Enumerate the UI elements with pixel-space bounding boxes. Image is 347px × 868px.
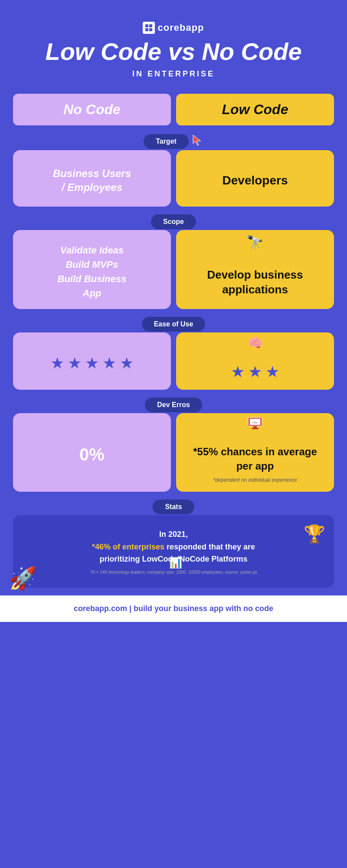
- dev-errors-section: Dev Erros 0% </> *55% chances in average…: [13, 398, 334, 492]
- svg-rect-3: [149, 28, 152, 31]
- dev-errors-right-sub: *dependent on individual experience: [213, 477, 297, 483]
- computer-icon: </>: [247, 417, 263, 433]
- scope-section: Scope Validate IdeasBuild MVPsBuild Busi…: [13, 214, 334, 309]
- no-code-label: No Code: [63, 102, 121, 117]
- dev-errors-left: 0%: [13, 413, 171, 492]
- ease-section: Ease of Use ★ ★ ★ ★ ★ 🧠 ★ ★ ★: [13, 317, 334, 390]
- scope-cols: Validate IdeasBuild MVPsBuild BusinessAp…: [13, 222, 334, 309]
- star-5: ★: [120, 354, 134, 372]
- scope-badge-row: Scope: [13, 214, 334, 229]
- star-4: ★: [102, 354, 116, 372]
- stats-section: Stats 🏆 In 2021, *46% of enterprises res…: [13, 500, 334, 588]
- target-badge-row: Target: [13, 134, 334, 149]
- scope-left: Validate IdeasBuild MVPsBuild BusinessAp…: [13, 230, 171, 309]
- rocket-icon: 🚀: [9, 566, 37, 592]
- ease-right-stars: ★ ★ ★: [231, 363, 279, 381]
- scope-right: 🔭 Develop business applications: [176, 230, 334, 309]
- target-cols: Business Users/ Employees Developers: [13, 142, 334, 207]
- dev-errors-right-text: *55% chances in average per app: [185, 444, 325, 473]
- stats-content: 🏆 In 2021, *46% of enterprises responded…: [13, 515, 334, 588]
- dev-errors-left-text: 0%: [79, 445, 105, 464]
- star-r-3: ★: [265, 363, 279, 381]
- star-1: ★: [50, 354, 64, 372]
- target-badge: Target: [144, 134, 189, 149]
- main-title: Low Code vs No Code: [13, 38, 334, 65]
- logo-area: corebapp: [13, 22, 334, 34]
- ease-left: ★ ★ ★ ★ ★: [13, 332, 171, 390]
- svg-rect-9: [252, 428, 259, 429]
- no-code-col-header: No Code: [13, 94, 171, 125]
- ease-cols: ★ ★ ★ ★ ★ 🧠 ★ ★ ★: [13, 325, 334, 390]
- scope-badge: Scope: [151, 214, 196, 229]
- page-wrapper: corebapp Low Code vs No Code IN ENTERPRI…: [0, 0, 347, 588]
- scope-right-text: Develop business applications: [185, 268, 325, 297]
- ease-badge-row: Ease of Use: [13, 317, 334, 332]
- dev-errors-right: </> *55% chances in average per app *dep…: [176, 413, 334, 492]
- logo-icon: [143, 22, 155, 34]
- low-code-label: Low Code: [222, 102, 288, 117]
- trophy-icon: 🏆: [304, 524, 325, 544]
- stats-badge: Stats: [153, 500, 194, 514]
- svg-rect-0: [145, 24, 148, 27]
- binoculars-icon: 🔭: [246, 234, 264, 251]
- scope-left-text: Validate IdeasBuild MVPsBuild BusinessAp…: [58, 243, 127, 300]
- svg-rect-2: [145, 28, 148, 31]
- subtitle: IN ENTERPRISE: [13, 69, 334, 79]
- target-left: Business Users/ Employees: [13, 150, 171, 207]
- cursor-icon: [191, 134, 203, 149]
- dev-errors-badge-row: Dev Erros: [13, 398, 334, 412]
- star-2: ★: [68, 354, 82, 372]
- header: corebapp Low Code vs No Code IN ENTERPRI…: [13, 13, 334, 94]
- stats-text: In 2021, *46% of enterprises responded t…: [22, 528, 325, 566]
- logo-text: corebapp: [157, 22, 204, 33]
- stats-highlight: *46% of enterprises: [92, 542, 164, 551]
- target-section: Target Business Users/ Employees Develop…: [13, 134, 334, 207]
- star-r-2: ★: [248, 363, 262, 381]
- stats-badge-row: Stats: [13, 500, 334, 514]
- ease-right: 🧠 ★ ★ ★: [176, 332, 334, 390]
- ease-badge: Ease of Use: [142, 317, 206, 332]
- stats-line1: In 2021,: [159, 530, 188, 539]
- star-3: ★: [85, 354, 99, 372]
- dev-errors-badge: Dev Erros: [145, 398, 202, 412]
- ease-left-stars: ★ ★ ★ ★ ★: [50, 354, 134, 372]
- svg-text:</>: </>: [252, 421, 258, 424]
- dev-errors-cols: 0% </> *55% chances in average per app *…: [13, 405, 334, 492]
- brain-icon: 🧠: [248, 336, 263, 350]
- star-r-1: ★: [231, 363, 245, 381]
- svg-rect-1: [149, 24, 152, 27]
- chart-icon: 📊: [169, 555, 182, 571]
- svg-marker-4: [193, 135, 201, 145]
- footer: corebapp.com | build your business app w…: [0, 595, 347, 622]
- target-left-text: Business Users/ Employees: [53, 167, 131, 194]
- low-code-col-header: Low Code: [176, 94, 334, 125]
- col-headers: No Code Low Code: [13, 94, 334, 125]
- svg-rect-8: [253, 426, 257, 428]
- target-right-text: Developers: [223, 174, 288, 187]
- target-right: Developers: [176, 150, 334, 207]
- footer-text: corebapp.com | build your business app w…: [74, 604, 273, 613]
